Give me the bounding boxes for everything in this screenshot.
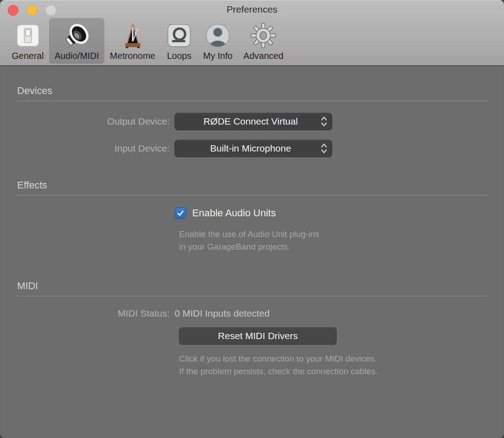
reset-midi-row: Reset MIDI Drivers [0, 327, 504, 344]
tab-advanced[interactable]: Advanced [238, 18, 289, 64]
help-line: in your GarageBand projects. [179, 241, 504, 253]
output-device-row: Output Device: RØDE Connect Virtual [0, 113, 504, 130]
midi-status-label: MIDI Status: [0, 308, 175, 319]
input-device-value: Built-in Microphone [175, 143, 316, 154]
tab-label: Metronome [110, 51, 155, 61]
tab-label: General [12, 51, 44, 61]
reset-midi-drivers-button[interactable]: Reset MIDI Drivers [179, 327, 337, 344]
speaker-icon [63, 22, 91, 49]
midi-status-row: MIDI Status: 0 MIDI Inputs detected [0, 308, 504, 319]
tab-audio-midi[interactable]: Audio/MIDI [49, 18, 104, 64]
popup-chevrons-icon [316, 115, 332, 128]
titlebar: Preferences [0, 0, 504, 18]
tab-label: Loops [167, 51, 192, 61]
output-device-value: RØDE Connect Virtual [175, 116, 316, 127]
tab-general[interactable]: General [6, 18, 49, 64]
enable-audio-units-label: Enable Audio Units [192, 207, 276, 219]
enable-audio-units-row: Enable Audio Units [0, 207, 504, 219]
tab-my-info[interactable]: My Info [198, 18, 238, 64]
tab-loops[interactable]: Loops [161, 18, 198, 64]
tab-label: Audio/MIDI [54, 51, 99, 61]
preferences-window: Preferences General [0, 0, 504, 438]
light-switch-icon [15, 22, 41, 49]
gear-icon [250, 22, 277, 49]
output-device-popup[interactable]: RØDE Connect Virtual [175, 113, 332, 130]
output-device-label: Output Device: [0, 116, 175, 127]
midi-status-value: 0 MIDI Inputs detected [175, 308, 270, 319]
midi-help-text: Click if you lost the connection to your… [179, 353, 504, 378]
preferences-toolbar: General Audio/MIDI [0, 18, 504, 65]
tab-metronome[interactable]: Metronome [104, 18, 161, 64]
midi-section-header: MIDI [17, 253, 487, 296]
help-line: Click if you lost the connection to your… [179, 353, 504, 365]
help-line: If the problem persists, check the conne… [179, 365, 504, 378]
person-icon [205, 22, 231, 49]
audio-midi-pane: Devices Output Device: RØDE Connect Virt… [0, 65, 504, 438]
window-title: Preferences [0, 4, 504, 15]
metronome-icon [120, 22, 146, 49]
input-device-label: Input Device: [0, 143, 175, 154]
window-chrome: Preferences General [0, 0, 504, 65]
effects-section-header: Effects [17, 157, 487, 196]
input-device-popup[interactable]: Built-in Microphone [175, 140, 332, 157]
input-device-row: Input Device: Built-in Microphone [0, 140, 504, 157]
enable-audio-units-checkbox[interactable] [175, 207, 186, 219]
effects-help-text: Enable the use of Audio Unit plug-ins in… [179, 228, 504, 253]
popup-chevrons-icon [316, 142, 332, 155]
checkmark-icon [176, 209, 184, 217]
help-line: Enable the use of Audio Unit plug-ins [179, 228, 504, 241]
devices-section-header: Devices [17, 65, 487, 101]
tab-label: My Info [203, 51, 233, 61]
loop-icon [166, 22, 192, 49]
tab-label: Advanced [243, 51, 284, 61]
